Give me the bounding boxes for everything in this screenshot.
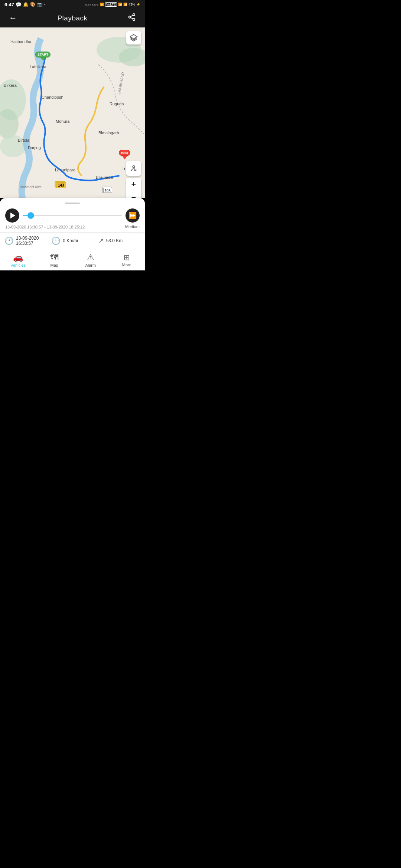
time-speed-row: 13-09-2020 16:30:57 - 13-09-2020 18:25:1…: [5, 223, 140, 229]
distance-value: 53.0 Km: [106, 238, 123, 243]
camera-icon: 📷: [37, 2, 43, 7]
svg-line-3: [131, 17, 133, 19]
nav-alarm[interactable]: ⚠ Alarm: [72, 249, 109, 270]
lte-icon: VoLTE: [105, 2, 117, 7]
start-marker: START: [35, 52, 50, 61]
info-bar: 🕐 13-09-2020 16:30:57 🕛 0 Km/hr ↗ 53.0 K…: [0, 232, 145, 249]
speed-text: 0 Km/hr: [63, 238, 78, 243]
alarm-icon: ⚠: [87, 253, 94, 262]
info-divider-2: [96, 236, 96, 246]
status-bar: 6:47 💬 🔔 🎨 📷 • 0.94 KB/S 📶 VoLTE 📶 📶 43%…: [0, 0, 145, 9]
notification-icon: 🔔: [23, 2, 29, 7]
network-speed: 0.94 KB/S: [85, 3, 99, 6]
end-pointer: [122, 156, 127, 160]
distance-text: 53.0 Km: [106, 238, 123, 243]
map-icon: 🗺: [50, 253, 58, 262]
map-layer-button[interactable]: [126, 31, 141, 45]
play-icon: [10, 213, 15, 218]
whatsapp-icon: 💬: [16, 2, 22, 7]
map-view[interactable]: Hatibandha Lathikata Birkera Chandiposh …: [0, 27, 145, 198]
clock-icon: 🕐: [4, 236, 14, 245]
nav-vehicles[interactable]: 🚗 Vehicles: [0, 249, 36, 270]
zoom-in-button[interactable]: +: [126, 178, 141, 191]
panel-handle: [65, 203, 80, 204]
svg-point-10: [0, 135, 26, 157]
road-10a: 10A: [103, 188, 112, 193]
start-label: START: [35, 52, 50, 57]
back-button[interactable]: ←: [6, 10, 20, 26]
vehicles-icon: 🚗: [13, 253, 23, 262]
svg-line-4: [131, 15, 133, 17]
top-nav: ← Playback: [0, 9, 145, 27]
nav-map[interactable]: 🗺 Map: [36, 249, 73, 270]
zoom-controls: + −: [126, 178, 141, 198]
bottom-nav: 🚗 Vehicles 🗺 Map ⚠ Alarm ⊞ More: [0, 249, 145, 270]
map-label: Map: [50, 263, 58, 267]
signal-icon: 📶: [118, 3, 122, 6]
share-button[interactable]: [125, 10, 139, 26]
wifi-icon: 📶: [100, 3, 104, 6]
zoom-out-button[interactable]: −: [126, 191, 141, 198]
more-label: More: [122, 263, 131, 267]
fast-forward-button[interactable]: ⏩: [125, 208, 140, 223]
signal2-icon: 📶: [123, 3, 127, 6]
speedometer-icon: 🕛: [51, 236, 61, 245]
info-datetime: 🕐 13-09-2020 16:30:57: [4, 236, 46, 246]
info-date: 13-09-2020: [16, 236, 39, 241]
progress-thumb[interactable]: [27, 212, 34, 219]
fast-forward-icon: ⏩: [128, 211, 137, 220]
vehicles-label: Vehicles: [10, 263, 26, 267]
progress-track[interactable]: [23, 215, 122, 216]
battery-label: 43%: [128, 3, 135, 6]
page-title: Playback: [57, 14, 87, 22]
person-location-button[interactable]: [126, 161, 141, 176]
alarm-label: Alarm: [85, 263, 96, 267]
svg-point-14: [133, 166, 135, 168]
end-marker: END: [119, 150, 130, 160]
road-143: 143: [56, 183, 66, 188]
playback-panel: ⏩ 13-09-2020 16:30:57 - 13-09-2020 18:25…: [0, 198, 145, 232]
more-icon: ⊞: [124, 253, 130, 262]
playback-controls: ⏩: [5, 208, 140, 223]
info-speed: 🕛 0 Km/hr: [51, 236, 93, 245]
info-distance: ↗ 53.0 Km: [98, 237, 140, 245]
speed-value: 0 Km/hr: [63, 238, 78, 243]
datetime-text: 13-09-2020 16:30:57: [16, 236, 39, 246]
palette-icon: 🎨: [30, 2, 36, 7]
playback-speed[interactable]: Medium: [125, 224, 140, 229]
info-time: 16:30:57: [16, 241, 39, 246]
info-divider-1: [49, 236, 49, 246]
end-label: END: [119, 150, 130, 156]
battery-icon: ⚡: [136, 3, 140, 6]
distance-icon: ↗: [98, 237, 104, 245]
playback-time-range: 13-09-2020 16:30:57 - 13-09-2020 18:25:1…: [5, 225, 85, 229]
play-button[interactable]: [5, 208, 19, 223]
status-time: 6:47 💬 🔔 🎨 📷 •: [4, 2, 46, 7]
start-pointer: [40, 57, 46, 61]
status-right-icons: 0.94 KB/S 📶 VoLTE 📶 📶 43% ⚡: [85, 2, 140, 7]
nav-more[interactable]: ⊞ More: [109, 249, 145, 270]
